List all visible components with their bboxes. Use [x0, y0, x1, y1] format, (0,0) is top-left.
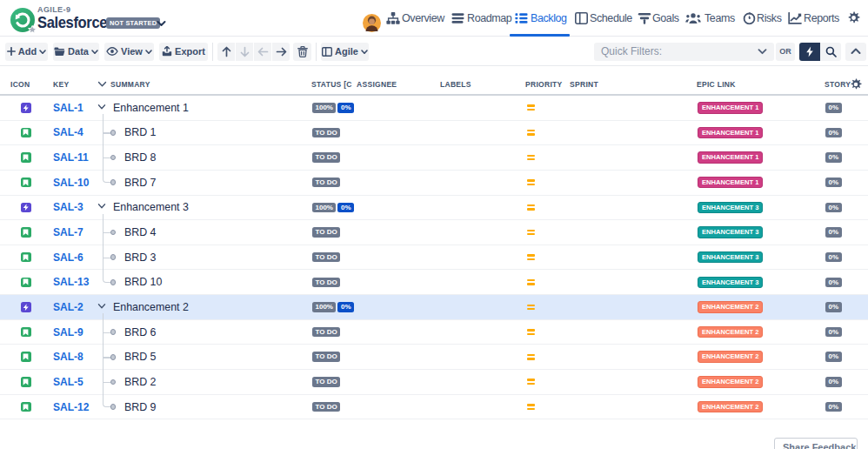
delete-button[interactable]: [293, 43, 311, 62]
story-icon: [21, 352, 31, 362]
expand-all-chevron-icon[interactable]: [97, 81, 107, 88]
move-right-button[interactable]: [272, 43, 290, 62]
column-settings-gear-icon[interactable]: [850, 78, 862, 90]
issue-key-link[interactable]: SAL-4: [53, 121, 83, 145]
col-header-summary[interactable]: SUMMARY: [110, 80, 150, 89]
issue-summary[interactable]: BRD 4: [124, 220, 157, 245]
issue-summary[interactable]: BRD 10: [124, 270, 162, 294]
issue-key-link[interactable]: SAL-12: [53, 395, 89, 419]
move-left-button[interactable]: [254, 43, 271, 62]
epic-link-badge[interactable]: ENHANCEMENT 2: [698, 376, 763, 388]
epic-link-badge[interactable]: ENHANCEMENT 3: [698, 277, 763, 289]
table-row[interactable]: SAL-9BRD 6TO DOENHANCEMENT 20%: [0, 320, 868, 345]
project-status-badge[interactable]: NOT STARTED: [106, 17, 160, 29]
export-button[interactable]: Export: [159, 43, 208, 62]
table-row[interactable]: SAL-7BRD 4TO DOENHANCEMENT 30%: [0, 220, 868, 245]
issue-key-link[interactable]: SAL-10: [53, 171, 89, 195]
collapse-toolbar-button[interactable]: [845, 43, 866, 62]
issue-summary[interactable]: BRD 5: [124, 345, 157, 369]
table-row[interactable]: SAL-4BRD 1TO DOENHANCEMENT 10%: [0, 121, 868, 146]
user-avatar[interactable]: [363, 14, 381, 32]
table-row[interactable]: SAL-11BRD 8TO DOENHANCEMENT 10%: [0, 145, 868, 171]
story-points-cell: 0%: [825, 345, 842, 369]
table-row[interactable]: SAL-8BRD 5TO DOENHANCEMENT 20%: [0, 345, 868, 370]
collapse-row-chevron-icon[interactable]: [97, 104, 106, 111]
epic-link-cell: ENHANCEMENT 2: [698, 320, 763, 345]
table-row[interactable]: SAL-5BRD 2TO DOENHANCEMENT 20%: [0, 370, 868, 395]
table-row[interactable]: SAL-12BRD 9TO DOENHANCEMENT 20%: [0, 395, 868, 420]
issue-summary[interactable]: BRD 9: [124, 395, 157, 419]
col-header-icon[interactable]: ICON: [10, 80, 30, 89]
issue-type-icon: [21, 270, 31, 294]
issue-key-link[interactable]: SAL-2: [53, 295, 83, 319]
move-up-button[interactable]: [217, 43, 235, 62]
quick-filters-select[interactable]: Quick Filters:: [594, 43, 774, 62]
col-header-status[interactable]: STATUS [C: [311, 80, 352, 89]
issue-summary[interactable]: BRD 1: [124, 121, 157, 145]
quick-filter-bolt-button[interactable]: [799, 43, 820, 62]
issue-key-link[interactable]: SAL-9: [53, 320, 83, 345]
table-row[interactable]: SAL-2Enhancement 2100%0%ENHANCEMENT 20%: [0, 295, 868, 320]
epic-link-badge[interactable]: ENHANCEMENT 1: [698, 151, 763, 164]
collapse-row-chevron-icon[interactable]: [97, 203, 106, 210]
epic-link-badge[interactable]: ENHANCEMENT 2: [698, 351, 763, 363]
issue-summary[interactable]: Enhancement 2: [113, 295, 189, 319]
epic-link-badge[interactable]: ENHANCEMENT 3: [698, 251, 763, 264]
project-menu-chevron-icon[interactable]: [157, 20, 166, 27]
issue-key-link[interactable]: SAL-11: [53, 145, 89, 170]
epic-link-badge[interactable]: ENHANCEMENT 1: [698, 177, 763, 189]
collapse-row-chevron-icon[interactable]: [97, 303, 106, 310]
share-feedback-button[interactable]: Share Feedback: [774, 438, 858, 449]
issue-summary[interactable]: Enhancement 3: [113, 196, 189, 220]
table-row[interactable]: SAL-3Enhancement 3100%0%ENHANCEMENT 30%: [0, 196, 868, 221]
issue-summary[interactable]: BRD 2: [124, 370, 157, 394]
issue-key-link[interactable]: SAL-5: [53, 370, 83, 394]
issue-key-link[interactable]: SAL-3: [53, 196, 83, 220]
issue-summary[interactable]: BRD 8: [124, 145, 157, 170]
issue-key-link[interactable]: SAL-8: [53, 345, 83, 369]
status-cell: TO DO: [312, 395, 340, 419]
col-header-epic-link[interactable]: EPIC LINK: [697, 80, 736, 89]
col-header-sprint[interactable]: SPRINT: [570, 80, 598, 89]
issue-key-link[interactable]: SAL-13: [53, 270, 89, 294]
issue-summary[interactable]: BRD 7: [124, 171, 157, 195]
chevron-down-icon: [361, 50, 368, 55]
epic-link-badge[interactable]: ENHANCEMENT 2: [698, 301, 763, 313]
issue-summary[interactable]: BRD 6: [124, 320, 157, 345]
story-points-badge: 0%: [825, 252, 842, 263]
settings-gear-icon[interactable]: [847, 11, 860, 24]
table-row[interactable]: SAL-13BRD 10TO DOENHANCEMENT 30%: [0, 270, 868, 295]
table-row[interactable]: SAL-6BRD 3TO DOENHANCEMENT 30%: [0, 245, 868, 271]
col-header-assignee[interactable]: ASSIGNEE: [357, 80, 397, 89]
issue-key-link[interactable]: SAL-7: [53, 220, 83, 245]
issue-type-icon: [21, 171, 31, 195]
col-header-key[interactable]: KEY: [53, 80, 69, 89]
data-button[interactable]: Data: [53, 43, 99, 62]
col-header-story[interactable]: STORY: [825, 80, 851, 89]
filter-or-toggle[interactable]: OR: [776, 43, 795, 62]
epic-link-badge[interactable]: ENHANCEMENT 2: [698, 401, 763, 413]
issue-summary[interactable]: Enhancement 1: [113, 96, 189, 120]
table-row[interactable]: SAL-1Enhancement 1100%0%ENHANCEMENT 10%: [0, 96, 868, 121]
issue-key-link[interactable]: SAL-6: [53, 245, 83, 270]
epic-link-badge[interactable]: ENHANCEMENT 1: [698, 127, 763, 139]
story-points-cell: 0%: [825, 295, 842, 319]
col-header-priority[interactable]: PRIORITY: [525, 80, 563, 89]
priority-medium-icon: [527, 345, 535, 369]
status-cell: TO DO: [312, 270, 340, 294]
epic-link-badge[interactable]: ENHANCEMENT 3: [698, 226, 763, 238]
agile-view-button[interactable]: Agile: [321, 43, 369, 62]
story-points-cell: 0%: [825, 196, 842, 220]
view-button[interactable]: View: [104, 43, 154, 62]
epic-link-badge[interactable]: ENHANCEMENT 2: [698, 326, 763, 338]
issue-summary[interactable]: BRD 3: [124, 245, 157, 270]
issue-key-link[interactable]: SAL-1: [53, 96, 83, 120]
search-button[interactable]: [820, 43, 841, 62]
epic-link-badge[interactable]: ENHANCEMENT 3: [698, 202, 763, 214]
col-header-labels[interactable]: LABELS: [440, 80, 471, 89]
move-down-button[interactable]: [236, 43, 253, 62]
table-row[interactable]: SAL-10BRD 7TO DOENHANCEMENT 10%: [0, 171, 868, 196]
epic-link-badge[interactable]: ENHANCEMENT 1: [698, 102, 763, 114]
add-button[interactable]: Add: [5, 43, 48, 62]
story-icon: [21, 252, 31, 263]
